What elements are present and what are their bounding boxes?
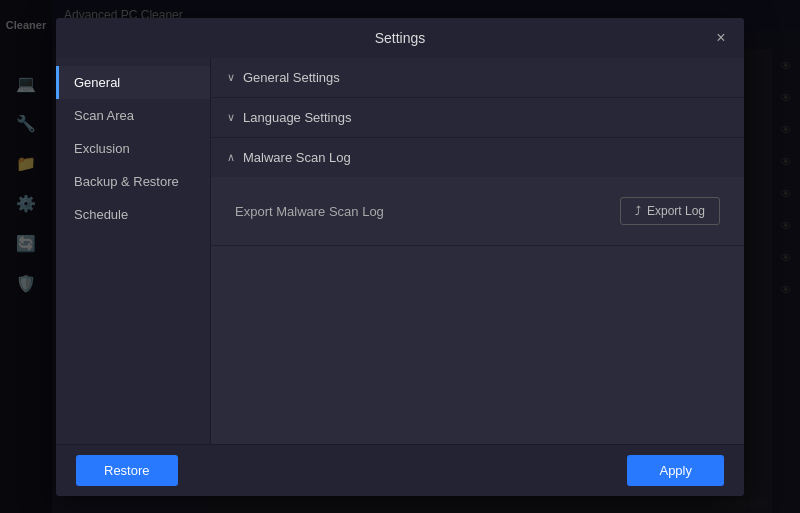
modal-nav-general[interactable]: General [56, 66, 210, 99]
accordion-language-arrow: ∨ [227, 111, 235, 124]
modal-nav: General Scan Area Exclusion Backup & Res… [56, 58, 211, 444]
accordion-malware-body: Export Malware Scan Log ⤴ Export Log [211, 177, 744, 245]
modal-footer: Restore Apply [56, 444, 744, 496]
accordion-malware-log-header[interactable]: ∧ Malware Scan Log [211, 138, 744, 177]
modal-title: Settings [375, 30, 426, 46]
accordion-general-settings: ∨ General Settings [211, 58, 744, 98]
accordion-general-arrow: ∨ [227, 71, 235, 84]
accordion-language-label: Language Settings [243, 110, 351, 125]
modal-right-content: ∨ General Settings ∨ Language Settings ∧… [211, 58, 744, 444]
modal-body: General Scan Area Exclusion Backup & Res… [56, 58, 744, 444]
export-log-icon: ⤴ [635, 204, 641, 218]
apply-button[interactable]: Apply [627, 455, 724, 486]
modal-nav-schedule[interactable]: Schedule [56, 198, 210, 231]
modal-nav-backup-restore[interactable]: Backup & Restore [56, 165, 210, 198]
modal-header: Settings × [56, 18, 744, 58]
export-log-label: Export Log [647, 204, 705, 218]
settings-modal: Settings × General Scan Area Exclusion B… [56, 18, 744, 496]
modal-nav-scan-area[interactable]: Scan Area [56, 99, 210, 132]
accordion-general-settings-header[interactable]: ∨ General Settings [211, 58, 744, 97]
modal-nav-exclusion[interactable]: Exclusion [56, 132, 210, 165]
export-malware-label: Export Malware Scan Log [235, 204, 384, 219]
accordion-language-settings: ∨ Language Settings [211, 98, 744, 138]
export-row: Export Malware Scan Log ⤴ Export Log [235, 197, 720, 225]
accordion-malware-log: ∧ Malware Scan Log Export Malware Scan L… [211, 138, 744, 246]
accordion-malware-label: Malware Scan Log [243, 150, 351, 165]
accordion-language-settings-header[interactable]: ∨ Language Settings [211, 98, 744, 137]
restore-button[interactable]: Restore [76, 455, 178, 486]
export-log-button[interactable]: ⤴ Export Log [620, 197, 720, 225]
modal-close-button[interactable]: × [710, 27, 732, 49]
accordion-general-label: General Settings [243, 70, 340, 85]
accordion-malware-arrow: ∧ [227, 151, 235, 164]
